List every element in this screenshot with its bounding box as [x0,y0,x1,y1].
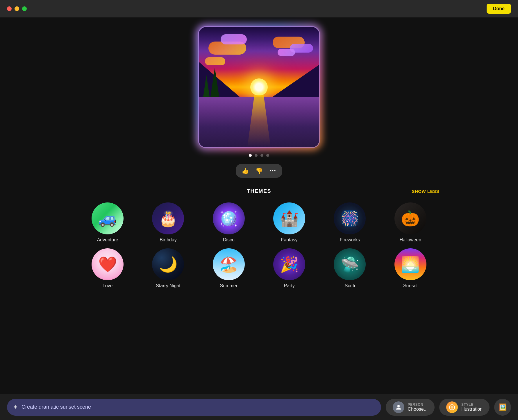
starry-night-emoji: 🌙 [152,248,184,280]
person-label-small: PERSON [408,403,428,407]
mountain-right [273,65,319,97]
theme-label-sunset: Sunset [403,283,418,288]
style-label-small: STYLE [461,403,483,407]
party-emoji: 🎉 [273,248,305,280]
bottom-bar: ✦ Create dramatic sunset scene PERSON Ch… [0,394,518,420]
theme-label-love: Love [103,283,113,288]
theme-icon-fireworks: 🎆 [334,202,366,234]
style-button-texts: STYLE Illustration [461,403,483,412]
themes-header: THEMES SHOW LESS [79,188,439,194]
thumbs-down-icon: 👎 [256,167,263,174]
themes-title: THEMES [199,188,319,194]
theme-label-birthday: Birthday [160,237,177,243]
theme-item-love[interactable]: ❤️ Love [79,248,136,288]
style-label-main: Illustration [461,407,483,412]
theme-label-halloween: Halloween [399,237,421,243]
disco-emoji: 🪩 [213,202,245,234]
prompt-input[interactable]: ✦ Create dramatic sunset scene [7,399,381,416]
titlebar: Done [0,0,518,17]
theme-label-disco: Disco [223,237,235,243]
theme-icon-halloween: 🎃 [394,202,426,234]
love-emoji: ❤️ [92,248,124,280]
image-preview-container [198,26,320,148]
more-options-button[interactable]: ••• [267,166,279,176]
person-button-texts: PERSON Choose... [408,403,428,412]
theme-item-disco[interactable]: 🪩 Disco [200,202,258,243]
svg-point-2 [451,406,453,409]
image-picker-button[interactable]: 🖼️ [494,399,511,416]
theme-item-starry-night[interactable]: 🌙 Starry Night [139,248,197,288]
prompt-text: Create dramatic sunset scene [22,404,375,410]
image-picker-icon: 🖼️ [499,403,507,411]
summer-emoji: 🏖️ [213,248,245,280]
theme-item-fireworks[interactable]: 🎆 Fireworks [321,202,378,243]
theme-icon-adventure: 🚙 [92,202,124,234]
done-button[interactable]: Done [487,4,511,14]
dot-2[interactable] [255,154,258,157]
theme-label-summer: Summer [220,283,237,288]
thumbs-up-button[interactable]: 👍 [239,166,251,176]
theme-item-summer[interactable]: 🏖️ Summer [200,248,258,288]
theme-icon-sunset: 🌅 [394,248,426,280]
person-label-main: Choose... [408,407,428,412]
theme-icon-starry-night: 🌙 [152,248,184,280]
traffic-lights [7,6,27,11]
water [199,97,319,147]
thumbs-down-button[interactable]: 👎 [253,166,265,176]
action-buttons: 👍 👎 ••• [236,164,282,178]
close-button[interactable] [7,6,12,11]
theme-label-sci-fi: Sci-fi [345,283,355,288]
show-less-button[interactable]: SHOW LESS [412,189,439,194]
theme-label-party: Party [284,283,294,288]
minimize-button[interactable] [15,6,19,11]
theme-icon-party: 🎉 [273,248,305,280]
sunset-emoji: 🌅 [394,248,426,280]
dot-3[interactable] [260,154,263,157]
theme-icon-summer: 🏖️ [213,248,245,280]
theme-item-sci-fi[interactable]: 🛸 Sci-fi [321,248,378,288]
sun-reflection [247,95,271,147]
style-icon [446,401,458,413]
prompt-sparkle-icon: ✦ [13,403,18,411]
themes-grid: 🚙 Adventure 🎂 Birthday 🪩 Disco [79,202,439,288]
theme-icon-fantasy: 🏰 [273,202,305,234]
theme-label-adventure: Adventure [97,237,118,243]
sunset-image [199,27,319,147]
theme-item-halloween[interactable]: 🎃 Halloween [382,202,439,243]
theme-item-sunset[interactable]: 🌅 Sunset [382,248,439,288]
person-icon [393,401,404,413]
theme-item-adventure[interactable]: 🚙 Adventure [79,202,136,243]
scifi-emoji: 🛸 [334,248,366,280]
theme-item-party[interactable]: 🎉 Party [260,248,318,288]
style-svg [449,404,456,411]
cloud-6 [278,49,295,56]
dot-1[interactable] [249,154,252,157]
image-frame [198,26,320,148]
birthday-emoji: 🎂 [152,202,184,234]
adventure-emoji: 🚙 [92,202,124,234]
dot-4[interactable] [266,154,269,157]
thumbs-up-icon: 👍 [242,167,249,174]
theme-item-birthday[interactable]: 🎂 Birthday [139,202,197,243]
maximize-button[interactable] [22,6,27,11]
svg-point-0 [397,405,400,407]
theme-icon-birthday: 🎂 [152,202,184,234]
halloween-emoji: 🎃 [394,202,426,234]
theme-icon-sci-fi: 🛸 [334,248,366,280]
theme-icon-love: ❤️ [92,248,124,280]
style-button[interactable]: STYLE Illustration [439,399,490,416]
person-button[interactable]: PERSON Choose... [386,399,435,416]
theme-label-fantasy: Fantasy [281,237,298,243]
person-svg [395,404,402,411]
cloud-2 [221,34,247,44]
image-dots [249,154,269,157]
fireworks-emoji: 🎆 [334,202,366,234]
theme-icon-disco: 🪩 [213,202,245,234]
theme-item-fantasy[interactable]: 🏰 Fantasy [260,202,318,243]
theme-label-fireworks: Fireworks [340,237,360,243]
themes-section: THEMES SHOW LESS 🚙 Adventure 🎂 Birthday [56,188,462,297]
theme-label-starry-night: Starry Night [156,283,180,288]
more-icon: ••• [270,168,276,173]
fantasy-emoji: 🏰 [273,202,305,234]
main-content: 👍 👎 ••• THEMES SHOW LESS 🚙 Adventure [0,17,518,420]
